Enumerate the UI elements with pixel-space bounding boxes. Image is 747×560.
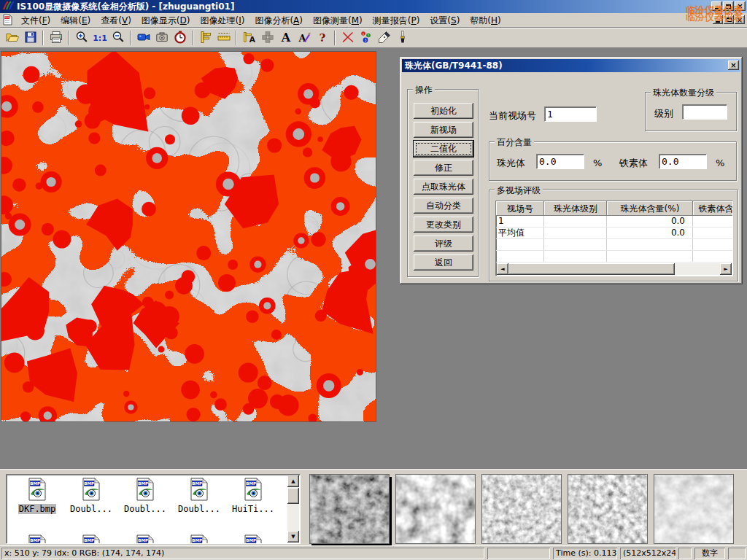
table-hscrollbar[interactable]: ◄ ►: [497, 263, 732, 275]
op-button-8[interactable]: 评级: [414, 236, 473, 252]
menu-item[interactable]: 帮助(H): [465, 14, 506, 27]
file-name: Doubl...: [177, 504, 221, 514]
op-button-7[interactable]: 更改类别: [414, 217, 473, 233]
grade-input[interactable]: [682, 104, 727, 120]
dialog-title-bar[interactable]: 珠光体(GB/T9441-88) ×: [402, 59, 740, 72]
table-cell: [607, 251, 693, 262]
op-button-4[interactable]: 修正: [414, 160, 473, 176]
table-row[interactable]: [496, 239, 732, 251]
timer-button[interactable]: [171, 29, 189, 47]
specimen-image[interactable]: [1, 51, 376, 422]
pen-button[interactable]: [375, 29, 393, 47]
save-button[interactable]: [21, 29, 39, 47]
file-item-partial[interactable]: BMP: [227, 534, 279, 544]
svg-text:BMP: BMP: [30, 538, 40, 542]
brush-button[interactable]: [393, 29, 411, 47]
file-list-scrollbar[interactable]: ▲ ▼: [287, 475, 299, 542]
video-camera-button[interactable]: [134, 29, 152, 47]
table-column-header[interactable]: 珠光体含量(%): [607, 201, 693, 216]
zoom-in-icon: [74, 30, 89, 47]
caliper-icon: [198, 30, 213, 47]
table-column-header[interactable]: 珠光体级别: [544, 201, 607, 216]
restore-button[interactable]: [723, 1, 734, 11]
op-button-2[interactable]: 新视场: [414, 122, 473, 138]
op-button-6[interactable]: 自动分类: [414, 198, 473, 214]
zoom-out-button[interactable]: [109, 29, 127, 47]
grade-group-label: 珠光体数量分级: [651, 87, 716, 99]
thumbnail-5[interactable]: [654, 474, 734, 544]
actual-size-button[interactable]: 1:1: [90, 29, 109, 47]
scroll-left-button[interactable]: ◄: [497, 263, 508, 275]
table-column-header[interactable]: 铁素体含量(%): [693, 201, 733, 216]
scroll-up-button[interactable]: ▲: [287, 475, 299, 487]
thumbnail-4[interactable]: [568, 474, 648, 544]
rating-table[interactable]: 视场号珠光体级别珠光体含量(%)铁素体含量(%) 10.0平均值0.0 ◄ ►: [495, 201, 733, 276]
document-icon[interactable]: DOC: [1, 14, 13, 28]
pearlite-percent-input[interactable]: [536, 154, 584, 169]
menu-item[interactable]: 图像处理(I): [195, 14, 249, 27]
measure-text-button[interactable]: A: [240, 29, 258, 47]
op-button-3[interactable]: 二值化: [414, 141, 473, 157]
mdi-close-button[interactable]: ×: [735, 15, 745, 24]
ruler-button[interactable]: [214, 29, 233, 47]
thumbnail-3[interactable]: [481, 474, 562, 544]
table-row[interactable]: 平均值0.0: [496, 228, 732, 239]
scroll-right-button[interactable]: ►: [720, 263, 732, 275]
file-item[interactable]: BMPDoubl...: [173, 478, 225, 514]
scroll-down-button[interactable]: ▼: [287, 531, 299, 542]
file-item[interactable]: BMPDKF.bmp: [11, 478, 63, 514]
menu-item[interactable]: 图像显示(D): [136, 14, 196, 27]
caliper-button[interactable]: [196, 29, 214, 47]
menu-item[interactable]: 图像测量(M): [308, 14, 368, 27]
minimize-button[interactable]: [711, 1, 722, 11]
table-row[interactable]: 10.0: [496, 216, 732, 228]
file-list[interactable]: BMPDKF.bmpBMPDoubl...BMPDoubl...BMPDoubl…: [6, 474, 301, 544]
op-button-9[interactable]: 返回: [414, 254, 473, 271]
menu-item[interactable]: 设置(S): [425, 14, 465, 27]
curve-cut-button[interactable]: [338, 29, 357, 47]
ferrite-percent-input[interactable]: [659, 154, 707, 169]
menu-item[interactable]: 文件(F): [16, 14, 55, 27]
table-cell: 平均值: [496, 228, 544, 238]
menu-item[interactable]: 查看(V): [96, 14, 136, 27]
thumbnail-1[interactable]: [309, 474, 390, 544]
file-item-partial[interactable]: BMP: [11, 534, 63, 544]
file-item[interactable]: BMPDoubl...: [119, 478, 171, 514]
toolbar-separator: [334, 31, 336, 45]
menu-item[interactable]: 编辑(E): [55, 14, 96, 27]
close-button[interactable]: ×: [735, 1, 746, 11]
count-points-button[interactable]: 123: [357, 29, 375, 47]
print-button[interactable]: [47, 29, 65, 47]
svg-text:BMP: BMP: [84, 481, 94, 486]
file-item-partial[interactable]: BMP: [65, 534, 117, 544]
file-name: DKF.bmp: [18, 504, 57, 514]
table-cell: [496, 251, 544, 262]
menu-item[interactable]: 图像分析(A): [249, 14, 308, 27]
status-spacer-2: [678, 548, 692, 559]
operations-group: 操作 初始化新视场二值化修正点取珠光体自动分类更改类别评级返回: [407, 89, 479, 277]
text-button[interactable]: A: [276, 29, 295, 47]
scroll-thumb[interactable]: [508, 263, 675, 275]
file-item[interactable]: BMPHuiTi...: [227, 478, 279, 514]
help-button[interactable]: ?: [313, 29, 331, 47]
mdi-minimize-button[interactable]: [713, 15, 723, 24]
op-button-5[interactable]: 点取珠光体: [414, 179, 473, 195]
menu-item[interactable]: 测量报告(P): [368, 14, 425, 27]
op-button-1[interactable]: 初始化: [414, 103, 473, 119]
svg-text:BMP: BMP: [246, 481, 256, 486]
thumbnail-2[interactable]: [395, 474, 476, 544]
camera-button[interactable]: [152, 29, 171, 47]
table-row[interactable]: [496, 251, 732, 262]
table-column-header[interactable]: 视场号: [496, 201, 544, 216]
dialog-close-button[interactable]: ×: [728, 61, 739, 70]
pattern-button[interactable]: [258, 29, 276, 47]
annotate-button[interactable]: A: [295, 29, 313, 47]
open-button[interactable]: [3, 29, 21, 47]
count-points-icon: 123: [359, 30, 374, 47]
file-item-partial[interactable]: BMP: [119, 534, 171, 544]
zoom-in-button[interactable]: [72, 29, 90, 47]
file-item-partial[interactable]: BMP: [173, 534, 225, 544]
mdi-restore-button[interactable]: [724, 15, 734, 24]
current-field-input[interactable]: [544, 106, 597, 122]
file-item[interactable]: BMPDoubl...: [65, 478, 117, 514]
